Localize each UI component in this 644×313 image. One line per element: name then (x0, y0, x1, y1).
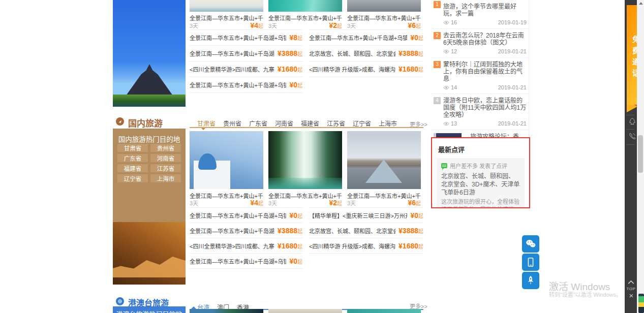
mobile-site-button[interactable] (522, 254, 539, 271)
price-label: ¥3888起 (395, 227, 423, 235)
post-date: 2019-01-21 (498, 84, 527, 91)
price-label: ¥3888起 (274, 49, 302, 57)
tour-row[interactable]: 北京故宫、长城、颐和园、北京堂会、3D ¥3888起 (309, 46, 423, 61)
tour-photo-waterfall[interactable] (268, 131, 342, 189)
tour-row[interactable]: 全景江南—华东五市+黄山+千岛湖+乌镇 ¥8起 (190, 30, 302, 46)
article-meta: 12 2019-01-21 (443, 48, 527, 55)
view-count: 14 (443, 84, 457, 91)
dest-button-henan[interactable]: 河南省 (150, 154, 181, 162)
tab-fujian[interactable]: 福建省 (301, 119, 319, 128)
destinations-panel-title: 国内旅游热门目的地 (113, 134, 186, 144)
ranking-item[interactable]: 4 漫游冬日中欧，恋上童话般的国度（附11天中欧四国人均1万全攻略） 13 20… (431, 94, 529, 130)
scrollbar-thumb[interactable] (638, 135, 643, 173)
tab-liaoning[interactable]: 辽宁省 (353, 119, 371, 128)
mobile-icon (525, 257, 536, 268)
rank-badge: 3 (434, 61, 441, 68)
tour-row[interactable]: <四川全景精华游>四川成都、九寨黄龙、 ¥1680起 (190, 61, 302, 77)
rank-badge: 2 (434, 32, 441, 39)
tour-photo[interactable] (190, 309, 263, 313)
close-icon[interactable]: × (627, 292, 635, 300)
scrollbar-up-arrow[interactable] (639, 2, 643, 5)
price-label: ¥0起 (286, 211, 302, 220)
tour-photo[interactable] (190, 0, 263, 12)
domestic-destinations-panel: 国内旅游热门目的地 甘肃省 贵州省 广东省 河南省 福建省 江苏省 辽宁省 上海… (113, 129, 186, 285)
tab-henan[interactable]: 河南省 (275, 119, 293, 128)
dest-button-guizhou[interactable]: 贵州省 (150, 144, 181, 152)
divider (627, 129, 635, 130)
back-to-top-button[interactable]: TOP (626, 277, 636, 291)
price-label: ¥0起 (286, 257, 302, 265)
price-label: ¥0起 (407, 211, 423, 220)
dest-button-jiangsu[interactable]: 江苏省 (150, 164, 181, 172)
tab-guizhou[interactable]: 贵州省 (223, 119, 241, 128)
ranking-item[interactable]: 3 蒙特利尔｜辽阔到孤独的大地上，你有自由保留着故土的气息 14 2019-01… (431, 58, 529, 94)
tour-title: 全景江南—华东五市+黄山+千岛湖+乌镇 (190, 34, 286, 42)
divider (627, 144, 635, 145)
tour-photo[interactable] (268, 309, 342, 313)
price-label: ¥8起 (286, 34, 302, 42)
chat-bubble-icon (441, 163, 447, 168)
ranking-item[interactable]: 2 去云南怎么玩？2018年在云南6天5晚亲自体验（图文） 12 2019-01… (431, 29, 529, 58)
destinations-grid: 甘肃省 贵州省 广东省 河南省 福建省 江苏省 辽宁省 上海市 (117, 144, 181, 182)
tour-photo[interactable] (347, 309, 421, 313)
active-tab-pointer (201, 128, 205, 130)
tour-title: 全景江南—华东五市+黄山+千岛湖+乌镇 (190, 227, 274, 235)
tour-title: 北京故宫、长城、颐和园、北京堂会、3D (309, 49, 395, 57)
tour-photo[interactable] (268, 0, 342, 12)
tab-gansu[interactable]: 甘肃省 (197, 119, 216, 128)
duration-label: 3天 (190, 199, 198, 207)
price-label: ¥4起 (247, 199, 263, 207)
tour-photo[interactable] (347, 0, 421, 12)
tour-row[interactable]: <四川精华游 升级版>成都、海螺沟、峨 ¥1680起 (309, 61, 423, 77)
view-count: 16 (443, 19, 457, 26)
tour-photo-santorini[interactable] (190, 131, 263, 189)
tour-row[interactable]: 全景江南—华东五市+黄山+千岛湖+乌镇 ¥0起 (190, 254, 302, 269)
tour-card-title[interactable]: 全景江南—华东五市+黄山+千岛湖 (268, 14, 342, 22)
tour-row[interactable]: 全景江南—华东五市+黄山+千岛湖+乌镇 ¥0起 (190, 208, 302, 223)
price-label: ¥1680起 (395, 65, 423, 73)
tour-card-meta: 3天 ¥2起 (268, 199, 342, 207)
tour-row[interactable]: 全景江南—华东五市+黄山+千岛湖+乌镇 ¥3888起 (190, 46, 302, 61)
article-title: 蒙特利尔｜辽阔到孤独的大地上，你有自由保留着故土的气息 (443, 61, 527, 82)
ranking-item[interactable]: 1 旅游，这个季节去哪里最好玩，求一篇 16 2019-01-19 (431, 0, 529, 29)
price-label: ¥0起 (407, 34, 423, 42)
wechat-button[interactable] (522, 235, 539, 253)
eye-icon (443, 49, 449, 54)
tour-card-title[interactable]: 全景江南—华东五市+黄山+千岛湖 (190, 14, 263, 22)
review-tour-title[interactable]: 北京故宫、长城、颐和园、北京堂会、3D+魔术、天津单飞单卧6日游 (441, 172, 520, 197)
review-card[interactable]: 用户差不多 发表了点评 北京故宫、长城、颐和园、北京堂会、3D+魔术、天津单飞单… (437, 158, 525, 208)
qq-icon[interactable] (628, 117, 636, 126)
tour-row[interactable]: 北京故宫、长城、颐和园、北京堂会、3D ¥3888起 (309, 223, 423, 238)
dest-button-shanghai[interactable]: 上海市 (150, 174, 181, 182)
rocket-button[interactable] (522, 272, 539, 289)
top-label: TOP (626, 287, 636, 291)
windows-activation-hint: 转到“设置”以激活 Windows。 (549, 290, 622, 298)
promo-banner-temple[interactable] (113, 0, 186, 107)
tour-row[interactable]: <四川精华游 升级版>成都、海螺沟、峨 ¥1680起 (309, 238, 423, 254)
tour-card-title[interactable]: 全景江南—华东五市+黄山+千岛湖 (347, 14, 421, 22)
dest-button-gansu[interactable]: 甘肃省 (117, 144, 148, 152)
tour-row[interactable]: 全景江南—华东五市+黄山+千岛湖+乌镇 ¥0起 (309, 30, 423, 46)
article-title: 漫游冬日中欧，恋上童话般的国度（附11天中欧四国人均1万全攻略） (443, 97, 527, 118)
great-wall-photo[interactable] (113, 222, 186, 285)
tour-row[interactable]: 全景江南—华东五市+黄山+千岛湖+乌镇 ¥0起 (190, 77, 302, 93)
tour-title: 【精华单程】<重庆新三峡三日游>万州开 (309, 211, 407, 220)
dest-button-guangdong[interactable]: 广东省 (117, 154, 148, 162)
tour-row[interactable]: 【精华单程】<重庆新三峡三日游>万州开 ¥0起 (309, 208, 423, 223)
domestic-section-title: 国内旅游 (128, 116, 163, 129)
destinations-panel-title: 港澳台旅游热门目的地 (113, 309, 186, 313)
article-meta: 13 2019-01-21 (443, 120, 527, 127)
view-count: 13 (443, 120, 457, 127)
tour-list-right: 全景江南—华东五市+黄山+千岛湖+乌镇 ¥0起 北京故宫、长城、颐和园、北京堂会… (309, 29, 423, 77)
phone-icon[interactable] (628, 132, 636, 140)
review-user-line: 用户差不多 发表了点评 (441, 162, 520, 170)
duration-label: 3天 (268, 21, 277, 29)
tour-row[interactable]: <四川全景精华游>四川成都、九寨黄龙、 ¥1680起 (190, 238, 302, 254)
tour-photo-louvre[interactable] (347, 131, 421, 189)
dest-button-liaoning[interactable]: 辽宁省 (117, 174, 148, 182)
tour-row[interactable]: 全景江南—华东五市+黄山+千岛湖+乌镇 ¥3888起 (190, 223, 302, 238)
tab-jiangsu[interactable]: 江苏省 (327, 119, 345, 128)
dest-button-fujian[interactable]: 福建省 (117, 164, 148, 172)
tab-shanghai[interactable]: 上海市 (379, 119, 397, 128)
tab-guangdong[interactable]: 广东省 (249, 119, 267, 128)
